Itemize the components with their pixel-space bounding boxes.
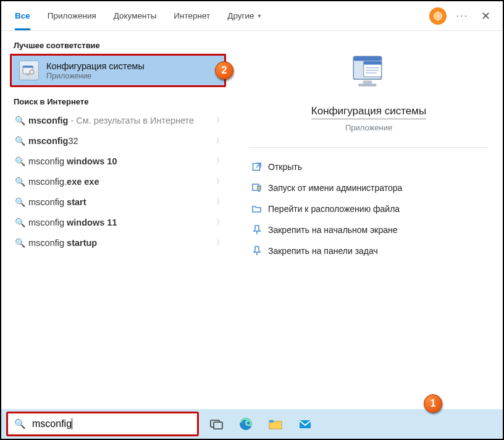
chevron-right-icon: 〉	[216, 176, 224, 187]
user-avatar[interactable]	[429, 7, 447, 25]
close-button[interactable]: ✕	[478, 9, 493, 23]
best-match-result[interactable]: Конфигурация системы Приложение 2	[10, 54, 226, 87]
best-match-title: Конфигурация системы	[46, 61, 145, 71]
svg-rect-15	[363, 80, 372, 83]
msconfig-app-icon	[19, 61, 39, 80]
action-run-as-admin[interactable]: Запуск от имени администратора	[250, 177, 488, 198]
more-options-button[interactable]: ···	[456, 11, 468, 22]
svg-rect-6	[23, 66, 33, 68]
tab-docs-label: Документы	[114, 11, 157, 20]
svg-rect-14	[353, 56, 381, 61]
web-result-label: msconfig - См. результаты в Интернете	[28, 116, 216, 125]
chevron-right-icon: 〉	[216, 115, 224, 125]
web-result-label: msconfig start	[28, 197, 216, 207]
annotation-badge-1: 1	[424, 394, 442, 413]
action-pin-start-label: Закрепить на начальном экране	[268, 225, 398, 235]
web-result-label: msconfig.exe exe	[28, 177, 216, 187]
svg-rect-18	[364, 61, 382, 64]
chevron-right-icon: 〉	[216, 237, 224, 248]
tab-all-label: Все	[15, 11, 30, 20]
action-open-label: Открыть	[268, 162, 302, 172]
search-icon: 🔍	[15, 116, 28, 125]
chevron-right-icon: 〉	[216, 217, 224, 227]
web-result[interactable]: 🔍 msconfig.exe exe 〉	[1, 171, 235, 192]
chevron-down-icon: ▼	[256, 13, 262, 19]
preview-panel: Конфигурация системы Приложение Открыть …	[235, 31, 503, 409]
tab-more[interactable]: Другие ▼	[219, 1, 271, 30]
preview-title: Конфигурация системы	[311, 105, 426, 119]
section-best-match: Лучшее соответствие	[1, 36, 235, 54]
tab-apps-label: Приложения	[48, 11, 96, 20]
preview-app-icon	[346, 51, 391, 95]
tab-more-label: Другие	[227, 11, 254, 20]
action-admin-label: Запуск от имени администратора	[268, 183, 402, 193]
web-result-label: msconfig32	[28, 136, 216, 146]
web-result-label: msconfig windows 11	[28, 218, 216, 227]
tab-all[interactable]: Все	[6, 1, 39, 30]
mail-button[interactable]	[293, 412, 317, 436]
annotation-badge-2: 2	[215, 61, 233, 80]
action-open-folder[interactable]: Перейти к расположению файла	[250, 198, 488, 219]
search-icon: 🔍	[15, 218, 28, 227]
folder-icon	[252, 204, 268, 214]
search-query-text: msconfig	[32, 418, 191, 430]
svg-rect-30	[269, 420, 274, 423]
pin-icon	[252, 225, 268, 235]
tab-docs[interactable]: Документы	[105, 1, 166, 30]
search-tabs: Все Приложения Документы Интернет Другие…	[1, 1, 503, 31]
chevron-right-icon: 〉	[216, 197, 224, 207]
web-result-label: msconfig windows 10	[28, 156, 216, 166]
chevron-right-icon: 〉	[216, 135, 224, 146]
web-result-label: msconfig startup	[28, 238, 216, 248]
taskview-button[interactable]	[204, 412, 229, 436]
action-list: Открыть Запуск от имени администратора П…	[250, 156, 488, 261]
search-icon: 🔍	[15, 197, 28, 207]
web-result[interactable]: 🔍 msconfig - См. результаты в Интернете …	[1, 110, 235, 130]
web-result[interactable]: 🔍 msconfig start 〉	[1, 192, 235, 212]
web-result[interactable]: 🔍 msconfig32 〉	[1, 130, 235, 151]
svg-rect-7	[27, 74, 30, 75]
results-panel: Лучшее соответствие Конфигурация системы…	[1, 31, 235, 409]
chevron-right-icon: 〉	[216, 156, 224, 166]
search-icon: 🔍	[15, 156, 28, 166]
edge-browser-button[interactable]	[233, 412, 258, 436]
divider	[250, 147, 488, 148]
action-folder-label: Перейти к расположению файла	[268, 204, 400, 214]
action-pin-taskbar-label: Закрепить на панели задач	[268, 246, 378, 256]
search-input[interactable]: 🔍 msconfig	[6, 412, 199, 436]
pin-icon	[252, 246, 268, 256]
tab-web[interactable]: Интернет	[165, 1, 219, 30]
web-result[interactable]: 🔍 msconfig windows 10 〉	[1, 151, 235, 171]
web-result[interactable]: 🔍 msconfig windows 11 〉	[1, 212, 235, 232]
search-icon: 🔍	[15, 238, 28, 248]
svg-rect-28	[214, 422, 222, 429]
web-result[interactable]: 🔍 msconfig startup 〉	[1, 232, 235, 253]
preview-subtitle: Приложение	[345, 123, 392, 132]
svg-point-8	[30, 70, 34, 74]
action-open[interactable]: Открыть	[250, 156, 488, 177]
tab-apps[interactable]: Приложения	[39, 1, 105, 30]
search-icon: 🔍	[14, 418, 26, 429]
action-pin-start[interactable]: Закрепить на начальном экране	[250, 219, 488, 240]
action-pin-taskbar[interactable]: Закрепить на панели задач	[250, 240, 488, 261]
svg-rect-31	[300, 420, 311, 428]
orange-slice-icon	[433, 11, 443, 21]
tab-web-label: Интернет	[174, 11, 210, 20]
search-icon: 🔍	[15, 177, 28, 187]
svg-rect-16	[359, 84, 377, 87]
section-web-search: Поиск в Интернете	[1, 92, 235, 110]
taskbar: 🔍 msconfig 1	[1, 409, 503, 439]
admin-shield-icon	[252, 183, 268, 193]
file-explorer-button[interactable]	[263, 412, 288, 436]
best-match-subtitle: Приложение	[46, 72, 145, 80]
search-icon: 🔍	[15, 136, 28, 146]
open-icon	[252, 162, 268, 172]
